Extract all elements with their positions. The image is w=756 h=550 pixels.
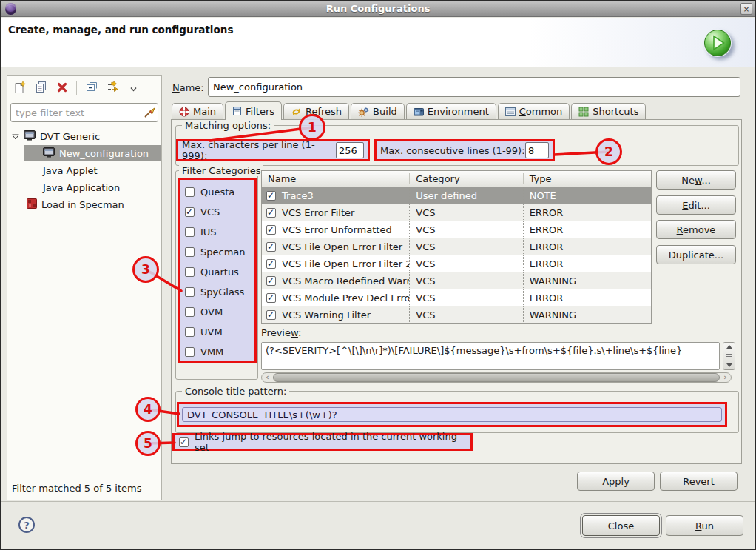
preview-textarea[interactable]: (?<SEVERITY>[^\[\]\n\r]*)\[FAILURE\]${me… [261,342,720,370]
category-row-vcs[interactable]: VCS [180,202,254,222]
new-configuration-icon[interactable] [13,81,27,96]
delete-configuration-icon[interactable] [56,81,68,95]
tree-item-java-application[interactable]: Java Application [43,179,120,195]
checkbox[interactable] [185,287,195,297]
row-checkbox[interactable] [266,191,276,201]
checkbox[interactable] [185,327,195,337]
max-lines-input[interactable] [525,142,549,158]
scrollbar-thumb[interactable] [273,373,720,382]
window-icon [5,3,16,15]
table-row[interactable]: VCS Error Unformatted VCS ERROR [262,221,651,238]
edit-button[interactable]: Edit... [656,195,736,215]
tree-item-load-in-specman[interactable]: Load in Specman [27,196,124,212]
links-option-annotated-box[interactable]: Links jump to resources located in the c… [172,433,473,451]
revert-button[interactable]: Revert [660,472,738,491]
annotation-circle-5: 5 [135,431,161,456]
category-row-quartus[interactable]: Quartus [180,262,254,282]
console-title-pattern-input[interactable] [182,407,722,422]
row-checkbox[interactable] [266,293,276,303]
duplicate-configuration-icon[interactable] [35,81,48,96]
scroll-right-icon[interactable]: › [720,373,731,382]
links-checkbox[interactable] [179,437,189,447]
category-row-vmm[interactable]: VMM [180,342,254,362]
tree-item-dvt-generic[interactable]: DVT Generic [12,128,100,144]
tab-common[interactable]: Common [498,103,570,119]
new-button[interactable]: New... [656,170,736,190]
footer-divider [1,501,755,502]
table-row[interactable]: VCS Error Filter VCS ERROR [262,204,651,221]
run-button[interactable]: Run [666,515,743,536]
table-row[interactable]: Trace3 User defined NOTE [262,187,651,204]
annotation-circle-2: 2 [595,138,622,165]
apply-button[interactable]: Apply [577,472,655,491]
checkbox[interactable] [185,187,195,197]
preview-horizontal-scrollbar[interactable]: ‹ › [261,372,732,383]
tree-item-java-applet[interactable]: Java Applet [43,162,98,178]
tab-environment[interactable]: Environment [406,103,496,119]
tab-shortcuts[interactable]: Shortcuts [571,103,646,119]
row-checkbox[interactable] [266,276,276,286]
remove-button[interactable]: Remove [656,220,736,239]
build-icon [358,107,369,117]
category-row-spyglass[interactable]: SpyGlass [180,282,254,302]
title-bar[interactable]: Run Configurations × [1,1,755,17]
column-header-name[interactable]: Name [262,173,409,184]
preview-scroll-spinner[interactable] [723,342,735,370]
preview-label: Preview: [261,327,301,338]
spinner-down-icon[interactable] [726,363,732,367]
filter-launch-icon[interactable] [107,81,122,96]
table-row[interactable]: VCS Module Prev Decl Erro VCS ERROR [262,289,651,306]
chevron-down-icon[interactable] [130,83,137,94]
filter-match-status: Filter matched 5 of 5 items [12,483,141,494]
max-chars-input[interactable] [336,142,364,158]
table-row[interactable]: VCS Macro Redefined Warn VCS WARNING [262,272,651,289]
column-header-type[interactable]: Type [523,173,651,184]
tab-main[interactable]: Main [172,103,223,119]
category-row-uvm[interactable]: UVM [180,322,254,342]
expander-icon[interactable] [12,131,19,142]
help-icon[interactable]: ? [18,517,35,533]
matching-options-label: Matching options: [182,120,274,131]
spinner-up-icon[interactable] [726,345,732,349]
shortcuts-icon [578,107,589,117]
duplicate-button[interactable]: Duplicate... [656,245,736,264]
clear-filter-icon[interactable] [144,107,155,118]
filter-text-input[interactable] [10,103,158,122]
checkbox[interactable] [185,227,195,237]
category-row-ius[interactable]: IUS [180,222,254,242]
scroll-left-icon[interactable]: ‹ [262,373,273,382]
category-row-specman[interactable]: Specman [180,242,254,262]
collapse-all-icon[interactable] [85,81,98,96]
annotation-circle-4: 4 [135,397,161,422]
tab-filters[interactable]: Filters [225,101,282,120]
table-row[interactable]: VCS File Open Error Filter 2 VCS ERROR [262,255,651,272]
name-input[interactable] [208,77,740,97]
checkbox[interactable] [185,307,195,317]
tree-item-new-configuration[interactable]: New_configuration [24,145,161,161]
checkbox[interactable] [185,247,195,257]
row-checkbox[interactable] [266,242,276,252]
window-close-button[interactable]: × [740,3,752,15]
tab-build[interactable]: Build [351,103,405,119]
table-row[interactable]: VCS Warning Filter VCS WARNING [262,306,651,323]
checkbox[interactable] [185,267,195,277]
filters-icon [232,106,242,116]
configurations-toolbar [13,79,137,97]
row-checkbox[interactable] [266,259,276,269]
close-button[interactable]: Close [582,515,660,536]
max-chars-label: Max. characters per line (1-999): [182,139,336,161]
table-row[interactable]: VCS File Open Error Filter VCS ERROR [262,238,651,255]
checkbox[interactable] [185,207,195,217]
tree-item-label: Java Application [43,182,120,193]
category-row-questa[interactable]: Questa [180,182,254,202]
column-header-category[interactable]: Category [409,173,522,184]
row-checkbox[interactable] [266,208,276,218]
category-row-ovm[interactable]: OVM [180,302,254,322]
row-checkbox[interactable] [266,225,276,235]
checkbox[interactable] [185,347,195,357]
config-icon [43,147,55,160]
tree-item-label: DVT Generic [40,131,100,142]
row-checkbox[interactable] [266,310,276,320]
console-title-pattern-label: Console title pattern: [182,386,289,397]
spinner-grip[interactable] [726,354,732,358]
